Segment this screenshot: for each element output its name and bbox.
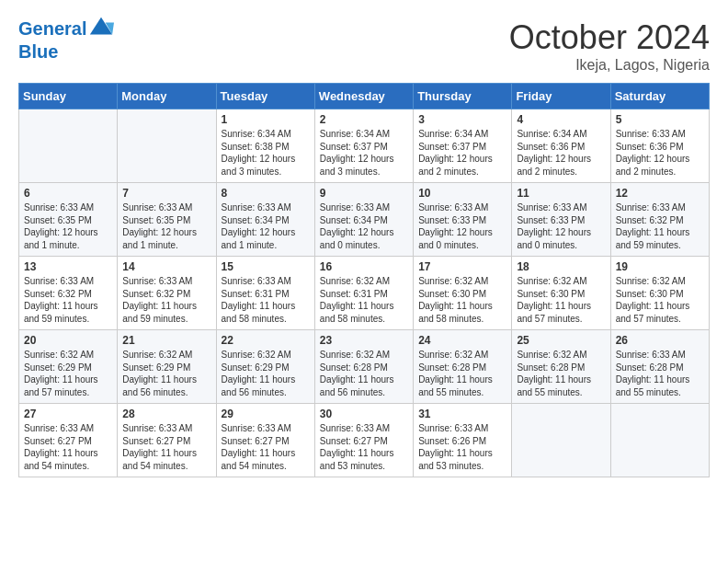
logo-icon	[88, 16, 114, 41]
calendar-week-row: 6Sunrise: 6:33 AMSunset: 6:35 PMDaylight…	[19, 183, 710, 257]
day-number: 21	[122, 334, 210, 347]
day-info: Sunrise: 6:32 AMSunset: 6:28 PMDaylight:…	[320, 350, 394, 397]
day-number: 30	[320, 408, 408, 420]
calendar-cell: 28Sunrise: 6:33 AMSunset: 6:27 PMDayligh…	[118, 404, 216, 477]
day-info: Sunrise: 6:32 AMSunset: 6:28 PMDaylight:…	[418, 350, 493, 397]
calendar-cell: 11Sunrise: 6:33 AMSunset: 6:33 PMDayligh…	[512, 183, 610, 257]
calendar-cell	[610, 404, 709, 477]
calendar-body: 1Sunrise: 6:34 AMSunset: 6:38 PMDaylight…	[19, 109, 710, 477]
day-number: 20	[24, 334, 112, 347]
day-number: 3	[418, 113, 506, 126]
month-title: October 2024	[509, 18, 710, 57]
day-info: Sunrise: 6:34 AMSunset: 6:37 PMDaylight:…	[320, 129, 394, 177]
day-number: 1	[222, 113, 310, 126]
calendar-cell: 13Sunrise: 6:33 AMSunset: 6:32 PMDayligh…	[19, 257, 118, 330]
calendar-cell: 31Sunrise: 6:33 AMSunset: 6:26 PMDayligh…	[414, 404, 512, 477]
calendar-table: SundayMondayTuesdayWednesdayThursdayFrid…	[18, 83, 710, 477]
calendar-cell: 19Sunrise: 6:32 AMSunset: 6:30 PMDayligh…	[610, 257, 709, 330]
header-day: Thursday	[414, 84, 512, 109]
location-title: Ikeja, Lagos, Nigeria	[509, 57, 710, 74]
day-info: Sunrise: 6:33 AMSunset: 6:35 PMDaylight:…	[24, 202, 98, 250]
header-row: SundayMondayTuesdayWednesdayThursdayFrid…	[19, 84, 710, 109]
calendar-cell: 18Sunrise: 6:32 AMSunset: 6:30 PMDayligh…	[512, 257, 610, 330]
calendar-cell: 16Sunrise: 6:32 AMSunset: 6:31 PMDayligh…	[314, 257, 413, 330]
day-number: 23	[320, 334, 408, 347]
day-info: Sunrise: 6:33 AMSunset: 6:26 PMDaylight:…	[418, 423, 493, 471]
day-info: Sunrise: 6:32 AMSunset: 6:28 PMDaylight:…	[517, 350, 591, 397]
day-info: Sunrise: 6:33 AMSunset: 6:33 PMDaylight:…	[418, 202, 493, 250]
day-number: 25	[517, 334, 605, 347]
calendar-cell	[512, 404, 610, 477]
calendar-cell: 2Sunrise: 6:34 AMSunset: 6:37 PMDaylight…	[314, 109, 413, 183]
calendar-cell: 30Sunrise: 6:33 AMSunset: 6:27 PMDayligh…	[314, 404, 413, 477]
day-number: 15	[222, 260, 310, 273]
day-number: 26	[616, 334, 704, 347]
day-info: Sunrise: 6:33 AMSunset: 6:27 PMDaylight:…	[222, 423, 296, 471]
calendar-cell: 1Sunrise: 6:34 AMSunset: 6:38 PMDaylight…	[216, 109, 314, 183]
day-info: Sunrise: 6:32 AMSunset: 6:31 PMDaylight:…	[320, 276, 394, 324]
calendar-cell	[118, 109, 216, 183]
logo: General Blue	[18, 18, 114, 62]
calendar-cell: 22Sunrise: 6:32 AMSunset: 6:29 PMDayligh…	[216, 330, 314, 404]
day-number: 29	[222, 408, 310, 420]
calendar-cell: 14Sunrise: 6:33 AMSunset: 6:32 PMDayligh…	[118, 257, 216, 330]
day-number: 22	[222, 334, 310, 347]
calendar-cell: 17Sunrise: 6:32 AMSunset: 6:30 PMDayligh…	[414, 257, 512, 330]
calendar-cell: 10Sunrise: 6:33 AMSunset: 6:33 PMDayligh…	[414, 183, 512, 257]
logo-text: General Blue	[18, 18, 114, 62]
calendar-week-row: 20Sunrise: 6:32 AMSunset: 6:29 PMDayligh…	[19, 330, 710, 404]
day-info: Sunrise: 6:33 AMSunset: 6:28 PMDaylight:…	[616, 350, 690, 397]
day-number: 4	[517, 113, 605, 126]
calendar-cell: 4Sunrise: 6:34 AMSunset: 6:36 PMDaylight…	[512, 109, 610, 183]
day-number: 6	[24, 187, 112, 200]
calendar-cell: 6Sunrise: 6:33 AMSunset: 6:35 PMDaylight…	[19, 183, 118, 257]
calendar-week-row: 27Sunrise: 6:33 AMSunset: 6:27 PMDayligh…	[19, 404, 710, 477]
day-info: Sunrise: 6:33 AMSunset: 6:27 PMDaylight:…	[122, 423, 197, 471]
calendar-header: SundayMondayTuesdayWednesdayThursdayFrid…	[19, 84, 710, 109]
day-info: Sunrise: 6:34 AMSunset: 6:36 PMDaylight:…	[517, 129, 591, 177]
day-number: 13	[24, 260, 112, 273]
title-block: October 2024 Ikeja, Lagos, Nigeria	[509, 18, 710, 74]
calendar-cell: 20Sunrise: 6:32 AMSunset: 6:29 PMDayligh…	[19, 330, 118, 404]
calendar-cell: 8Sunrise: 6:33 AMSunset: 6:34 PMDaylight…	[216, 183, 314, 257]
calendar-cell: 24Sunrise: 6:32 AMSunset: 6:28 PMDayligh…	[414, 330, 512, 404]
calendar-cell: 29Sunrise: 6:33 AMSunset: 6:27 PMDayligh…	[216, 404, 314, 477]
day-info: Sunrise: 6:32 AMSunset: 6:29 PMDaylight:…	[24, 350, 98, 397]
calendar-week-row: 1Sunrise: 6:34 AMSunset: 6:38 PMDaylight…	[19, 109, 710, 183]
day-number: 31	[418, 408, 506, 420]
header-day: Tuesday	[216, 84, 314, 109]
day-number: 8	[222, 187, 310, 200]
calendar-cell: 3Sunrise: 6:34 AMSunset: 6:37 PMDaylight…	[414, 109, 512, 183]
calendar-cell: 23Sunrise: 6:32 AMSunset: 6:28 PMDayligh…	[314, 330, 413, 404]
day-info: Sunrise: 6:32 AMSunset: 6:29 PMDaylight:…	[222, 350, 296, 397]
day-info: Sunrise: 6:33 AMSunset: 6:34 PMDaylight:…	[222, 202, 296, 250]
header-day: Monday	[118, 84, 216, 109]
day-info: Sunrise: 6:33 AMSunset: 6:27 PMDaylight:…	[24, 423, 98, 471]
day-number: 17	[418, 260, 506, 273]
calendar-cell: 12Sunrise: 6:33 AMSunset: 6:32 PMDayligh…	[610, 183, 709, 257]
day-info: Sunrise: 6:32 AMSunset: 6:30 PMDaylight:…	[616, 276, 690, 324]
day-number: 18	[517, 260, 605, 273]
calendar-cell: 21Sunrise: 6:32 AMSunset: 6:29 PMDayligh…	[118, 330, 216, 404]
day-info: Sunrise: 6:33 AMSunset: 6:32 PMDaylight:…	[122, 276, 197, 324]
day-number: 24	[418, 334, 506, 347]
day-info: Sunrise: 6:33 AMSunset: 6:27 PMDaylight:…	[320, 423, 394, 471]
day-number: 9	[320, 187, 408, 200]
page-header: General Blue October 2024 Ikeja, Lagos, …	[18, 18, 710, 74]
day-info: Sunrise: 6:32 AMSunset: 6:30 PMDaylight:…	[517, 276, 591, 324]
day-number: 12	[616, 187, 704, 200]
day-info: Sunrise: 6:33 AMSunset: 6:33 PMDaylight:…	[517, 202, 591, 250]
day-number: 16	[320, 260, 408, 273]
header-day: Sunday	[19, 84, 118, 109]
day-info: Sunrise: 6:33 AMSunset: 6:34 PMDaylight:…	[320, 202, 394, 250]
calendar-cell: 27Sunrise: 6:33 AMSunset: 6:27 PMDayligh…	[19, 404, 118, 477]
day-number: 7	[122, 187, 210, 200]
day-number: 5	[616, 113, 704, 126]
day-info: Sunrise: 6:33 AMSunset: 6:31 PMDaylight:…	[222, 276, 296, 324]
header-day: Friday	[512, 84, 610, 109]
day-number: 14	[122, 260, 210, 273]
calendar-cell: 25Sunrise: 6:32 AMSunset: 6:28 PMDayligh…	[512, 330, 610, 404]
calendar-cell: 5Sunrise: 6:33 AMSunset: 6:36 PMDaylight…	[610, 109, 709, 183]
calendar-cell: 15Sunrise: 6:33 AMSunset: 6:31 PMDayligh…	[216, 257, 314, 330]
day-info: Sunrise: 6:33 AMSunset: 6:32 PMDaylight:…	[616, 202, 690, 250]
